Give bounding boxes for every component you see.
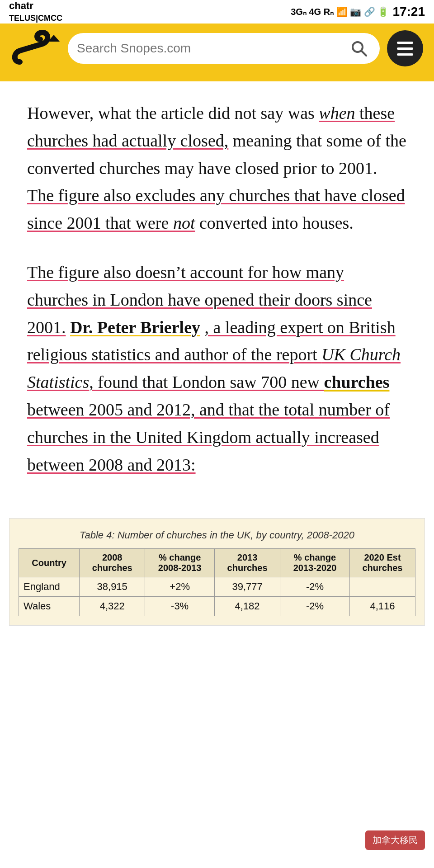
menu-line (397, 42, 413, 44)
para2-churches[interactable]: churches (324, 373, 390, 392)
search-bar[interactable] (68, 33, 380, 64)
cell-2013: 4,182 (215, 597, 280, 616)
status-right: 3Gₙ 4G Rₙ 📶 📷 🔗 🔋 17:21 (291, 5, 425, 19)
para1-when: when (319, 104, 355, 123)
paragraph-2: The figure also doesn’t account for how … (27, 259, 407, 478)
para1-converted: converted into houses. (195, 213, 353, 232)
status-bar: chatr TELUS|CMCC 3Gₙ 4G Rₙ 📶 📷 🔗 🔋 17:21 (0, 0, 434, 24)
cell-2020: 4,116 (349, 597, 415, 616)
para2-drpeter[interactable]: Dr. Peter Brierley (70, 318, 200, 337)
site-header (0, 24, 434, 73)
table-row: Wales 4,322 -3% 4,182 -2% 4,116 (19, 597, 415, 616)
cell-pct2: -2% (280, 597, 350, 616)
search-button[interactable] (347, 37, 371, 60)
search-input[interactable] (77, 41, 342, 56)
network-icons: 3Gₙ 4G Rₙ 📶 📷 🔗 🔋 (291, 6, 389, 17)
col-country: Country (19, 549, 80, 577)
paragraph-1: However, what the article did not say wa… (27, 99, 407, 237)
cell-country: Wales (19, 597, 80, 616)
cell-2008: 38,915 (80, 577, 145, 597)
menu-button[interactable] (387, 30, 423, 66)
time-display: 17:21 (392, 5, 425, 19)
para1-intro: However, what the article did not say wa… (27, 104, 319, 123)
carrier-info: chatr TELUS|CMCC (9, 0, 62, 24)
snopes-logo[interactable] (11, 28, 61, 69)
svg-line-2 (361, 51, 366, 56)
cell-2013: 39,777 (215, 577, 280, 597)
yellow-divider (0, 73, 434, 81)
cell-2020 (349, 577, 415, 597)
table-title: Table 4: Number of churches in the UK, b… (19, 529, 415, 541)
para2-between: between 2005 and 2012, and that the tota… (27, 400, 390, 474)
menu-line (397, 47, 413, 50)
cell-country: England (19, 577, 80, 597)
col-pct-2008-2013: % change2008-2013 (145, 549, 215, 577)
watermark: 加拿大移民 (365, 830, 425, 850)
churches-table: Country 2008churches % change2008-2013 2… (19, 548, 415, 616)
para2-found: , found that London saw 700 new (89, 373, 324, 392)
cell-pct2: -2% (280, 577, 350, 597)
cell-pct1: -3% (145, 597, 215, 616)
table-section: Table 4: Number of churches in the UK, b… (9, 518, 425, 626)
table-header-row: Country 2008churches % change2008-2013 2… (19, 549, 415, 577)
col-2020: 2020 Estchurches (349, 549, 415, 577)
article-content: However, what the article did not say wa… (0, 81, 434, 518)
table-row: England 38,915 +2% 39,777 -2% (19, 577, 415, 597)
cell-pct1: +2% (145, 577, 215, 597)
col-pct-2013-2020: % change2013-2020 (280, 549, 350, 577)
menu-line (397, 53, 413, 56)
col-2008: 2008churches (80, 549, 145, 577)
cell-2008: 4,322 (80, 597, 145, 616)
para1-not: not (173, 213, 195, 232)
col-2013: 2013churches (215, 549, 280, 577)
